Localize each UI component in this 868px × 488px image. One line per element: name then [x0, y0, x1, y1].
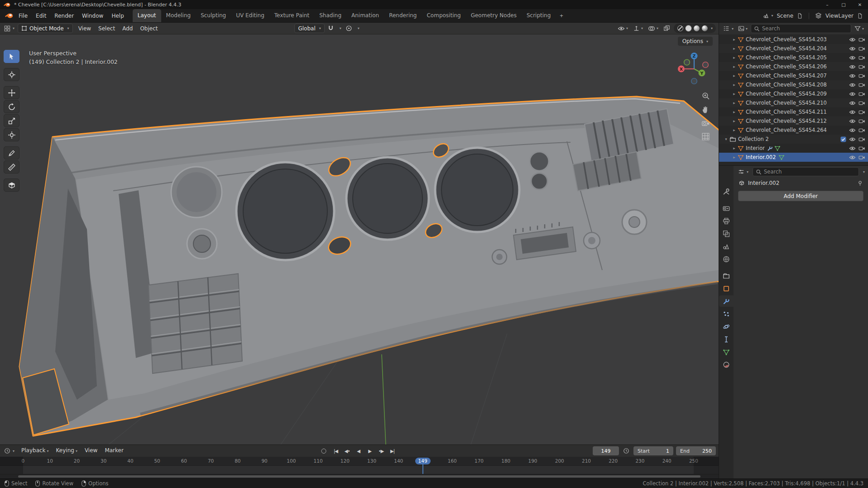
disable-in-renders-camera-icon[interactable]	[858, 136, 865, 143]
jump-to-start-button[interactable]: |◀	[331, 446, 341, 455]
tool-measure-icon[interactable]	[4, 160, 19, 174]
expand-icon[interactable]: ▸	[731, 73, 738, 78]
disable-in-renders-camera-icon[interactable]	[858, 100, 865, 106]
properties-tab-constraints-icon[interactable]	[719, 333, 734, 345]
shading-rendered-icon[interactable]	[701, 25, 708, 32]
hide-in-viewport-eye-icon[interactable]	[849, 154, 856, 161]
previous-keyframe-button[interactable]: ◀•	[342, 446, 352, 455]
menu-render[interactable]: Render	[50, 9, 78, 23]
properties-tab-world-icon[interactable]	[719, 253, 734, 265]
workspace-tab-shading[interactable]: Shading	[314, 9, 346, 22]
tool-scale-icon[interactable]	[4, 114, 19, 127]
properties-tab-output-icon[interactable]	[719, 215, 734, 227]
jump-to-end-button[interactable]: ▶|	[387, 446, 398, 455]
proportional-falloff-dropdown[interactable]: ▾	[355, 24, 361, 33]
expand-icon[interactable]: ▸	[731, 128, 738, 132]
hide-in-viewport-eye-icon[interactable]	[849, 45, 856, 52]
expand-icon[interactable]: ▸	[731, 119, 738, 123]
workspace-tab-geometry-nodes[interactable]: Geometry Nodes	[466, 9, 522, 22]
workspace-tab-animation[interactable]: Animation	[346, 9, 384, 22]
hide-in-viewport-eye-icon[interactable]	[849, 118, 856, 125]
properties-tab-object-icon[interactable]	[719, 283, 734, 294]
outliner-search-input[interactable]	[762, 25, 848, 32]
workspace-tab-scripting[interactable]: Scripting	[522, 9, 556, 22]
show-object-types-icon[interactable]: ▾	[616, 24, 629, 33]
viewport-menu-object[interactable]: Object	[136, 23, 161, 34]
tool-annotate-icon[interactable]	[4, 146, 19, 159]
viewport-menu-select[interactable]: Select	[95, 23, 119, 34]
properties-tab-view-layer-icon[interactable]	[719, 228, 734, 239]
gizmos-toggle-icon[interactable]: ▾	[632, 24, 644, 33]
outliner-item[interactable]: ▸Chevrolet_Chevelle_SS454.210	[719, 98, 868, 107]
expand-icon[interactable]: ▸	[731, 64, 738, 69]
tool-cursor-icon[interactable]	[4, 68, 19, 81]
properties-tab-physics-icon[interactable]	[719, 321, 734, 332]
viewport-options-button[interactable]: Options▾	[678, 37, 713, 46]
properties-tab-scene-icon[interactable]	[719, 241, 734, 252]
breadcrumb-object-name[interactable]: Interior.002	[748, 180, 779, 186]
proportional-editing-icon[interactable]	[344, 24, 354, 33]
properties-search[interactable]	[753, 167, 859, 176]
outliner-item[interactable]: ▸Chevrolet_Chevelle_SS454.208	[719, 80, 868, 89]
tool-add-cube-icon[interactable]	[4, 179, 19, 192]
outliner-item[interactable]: ▸Chevrolet_Chevelle_SS454.206	[719, 62, 868, 71]
tool-move-icon[interactable]	[4, 86, 19, 99]
outliner-item[interactable]: ▸Chevrolet_Chevelle_SS454.264	[719, 126, 868, 135]
timeline-menu-keying[interactable]: Keying▾	[53, 445, 81, 457]
auto-keyframe-toggle[interactable]	[321, 449, 326, 454]
menu-help[interactable]: Help	[107, 9, 128, 23]
expand-icon[interactable]: ▸	[731, 82, 738, 87]
collection-checkbox[interactable]	[840, 136, 846, 142]
minimize-button[interactable]: –	[819, 0, 835, 9]
hide-in-viewport-eye-icon[interactable]	[849, 91, 856, 97]
navigation-gizmo[interactable]: Z X Y	[675, 50, 713, 88]
disable-in-renders-camera-icon[interactable]	[858, 145, 865, 152]
workspace-tab-uv-editing[interactable]: UV Editing	[231, 9, 269, 22]
properties-tab-material-icon[interactable]	[719, 359, 734, 370]
timeline-menu-playback[interactable]: Playback▾	[18, 445, 53, 457]
disable-in-renders-camera-icon[interactable]	[858, 54, 865, 61]
timeline-menu-marker[interactable]: Marker	[101, 445, 127, 457]
transform-orientation-select[interactable]: Global▾	[294, 24, 324, 33]
disable-in-renders-camera-icon[interactable]	[858, 154, 865, 161]
disable-in-renders-camera-icon[interactable]	[858, 45, 865, 52]
hide-in-viewport-eye-icon[interactable]	[849, 100, 856, 106]
play-reverse-button[interactable]: ◀	[353, 446, 364, 455]
properties-tab-particles-icon[interactable]	[719, 308, 734, 319]
properties-tab-modifiers-icon[interactable]	[719, 295, 734, 307]
viewlayer-name[interactable]: ViewLayer	[825, 13, 854, 19]
disable-in-renders-camera-icon[interactable]	[858, 63, 865, 70]
pan-hand-icon[interactable]	[701, 105, 710, 114]
outliner-editor-icon[interactable]: ▾	[722, 25, 735, 32]
expand-icon[interactable]: ▾	[723, 137, 729, 141]
outliner-item[interactable]: ▸Interior.002	[719, 153, 868, 162]
properties-tab-object-data-icon[interactable]	[719, 346, 734, 358]
outliner-item[interactable]: ▸Chevrolet_Chevelle_SS454.205	[719, 53, 868, 62]
viewport-menu-add[interactable]: Add	[119, 23, 136, 34]
expand-icon[interactable]: ▸	[731, 146, 738, 150]
disable-in-renders-camera-icon[interactable]	[858, 36, 865, 43]
xray-toggle-icon[interactable]	[662, 24, 671, 33]
zoom-icon[interactable]	[701, 92, 710, 100]
add-modifier-button[interactable]: Add Modifier	[738, 191, 863, 201]
outliner-item[interactable]: ▸Chevrolet_Chevelle_SS454.207	[719, 71, 868, 80]
scene-name[interactable]: Scene	[777, 13, 793, 19]
add-workspace-button[interactable]: +	[556, 12, 567, 19]
hide-in-viewport-eye-icon[interactable]	[849, 145, 856, 152]
workspace-tab-sculpting[interactable]: Sculpting	[196, 9, 231, 22]
menu-file[interactable]: File	[14, 9, 32, 23]
hide-in-viewport-eye-icon[interactable]	[849, 109, 856, 116]
expand-icon[interactable]: ▸	[731, 37, 738, 42]
properties-search-input[interactable]	[764, 169, 856, 175]
overlays-toggle-icon[interactable]: ▾	[647, 24, 660, 33]
hide-in-viewport-eye-icon[interactable]	[849, 54, 856, 61]
expand-icon[interactable]: ▸	[731, 155, 738, 159]
preview-range-clock-icon[interactable]	[622, 446, 631, 456]
expand-icon[interactable]: ▸	[731, 46, 738, 51]
hide-in-viewport-eye-icon[interactable]	[849, 63, 856, 70]
outliner-item[interactable]: ▸Chevrolet_Chevelle_SS454.211	[719, 107, 868, 116]
snap-options-dropdown[interactable]: ▾	[337, 24, 343, 33]
workspace-tab-modeling[interactable]: Modeling	[161, 9, 196, 22]
current-frame-field[interactable]: 149	[593, 446, 619, 455]
scene-browse-icon[interactable]: ▾	[762, 11, 774, 20]
